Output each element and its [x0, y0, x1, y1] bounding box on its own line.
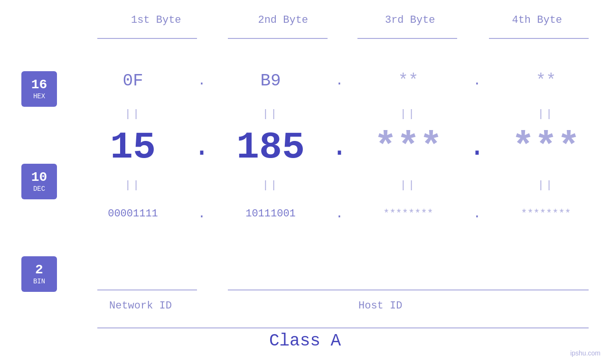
bin-b1: 00001111	[74, 208, 192, 220]
eq2-b3: ||	[349, 179, 468, 191]
bracket-top-2	[228, 38, 328, 39]
bin-name: BIN	[33, 278, 45, 285]
byte4-header: 4th Byte	[474, 14, 601, 26]
eq2-b1: ||	[74, 179, 192, 191]
main-container: 1st Byte 2nd Byte 3rd Byte 4th Byte 16 H…	[0, 0, 610, 364]
equals-row-2: || || || ||	[74, 176, 605, 195]
rows-area: 0F . B9 . ** . ** || ||	[74, 62, 605, 237]
eq1-b1: ||	[74, 108, 192, 120]
hex-num: 16	[31, 78, 47, 93]
host-id-label: Host ID	[358, 300, 402, 312]
eq2-b2: ||	[211, 179, 330, 191]
bin-dot3: .	[468, 206, 487, 221]
bin-dot1: .	[192, 206, 211, 221]
dec-b1: 15	[74, 126, 192, 169]
dec-row: 15 . 185 . *** . ***	[74, 123, 605, 171]
dec-dot1: .	[192, 131, 211, 163]
equals-row-1: || || || ||	[74, 104, 605, 123]
bracket-top-3	[357, 38, 457, 39]
bin-row: 00001111 . 10111001 . ******** . *******…	[74, 195, 605, 233]
hex-badge: 16 HEX	[21, 71, 57, 107]
bin-b3: ********	[349, 208, 468, 220]
hex-dot3: .	[468, 74, 487, 88]
dec-b2: 185	[211, 126, 330, 169]
bin-num: 2	[35, 263, 43, 278]
dec-badge: 10 DEC	[21, 164, 57, 199]
base-labels: 16 HEX 10 DEC 2 BIN	[21, 71, 57, 292]
outer-bracket	[97, 327, 589, 328]
byte1-header: 1st Byte	[93, 14, 220, 26]
eq1-b2: ||	[211, 108, 330, 120]
bin-dot2: .	[330, 206, 349, 221]
class-label: Class A	[269, 331, 341, 351]
byte3-header: 3rd Byte	[347, 14, 474, 26]
hex-b1: 0F	[74, 71, 192, 91]
dec-num: 10	[31, 170, 47, 185]
bracket-bottom-host	[228, 289, 589, 290]
hex-b4: **	[487, 71, 605, 91]
byte-headers: 1st Byte 2nd Byte 3rd Byte 4th Byte	[93, 14, 601, 26]
hex-row: 0F . B9 . ** . **	[74, 62, 605, 100]
hex-name: HEX	[33, 93, 45, 100]
eq2-b4: ||	[487, 179, 605, 191]
hex-b2: B9	[211, 71, 330, 91]
dec-b4: ***	[487, 126, 605, 169]
bin-b4: ********	[487, 208, 605, 220]
eq1-b4: ||	[487, 108, 605, 120]
byte2-header: 2nd Byte	[220, 14, 347, 26]
hex-b3: **	[349, 71, 468, 91]
hex-dot1: .	[192, 74, 211, 88]
watermark: ipshu.com	[570, 349, 601, 357]
eq1-b3: ||	[349, 108, 468, 120]
dec-dot3: .	[468, 131, 487, 163]
dec-b3: ***	[349, 126, 468, 169]
network-id-label: Network ID	[109, 300, 172, 312]
bin-b2: 10111001	[211, 208, 330, 220]
hex-dot2: .	[330, 74, 349, 88]
bracket-top-4	[489, 38, 589, 39]
bin-badge: 2 BIN	[21, 256, 57, 292]
dec-name: DEC	[33, 185, 45, 193]
bracket-top-1	[97, 38, 197, 39]
bracket-bottom-network	[97, 289, 197, 290]
dec-dot2: .	[330, 131, 349, 163]
